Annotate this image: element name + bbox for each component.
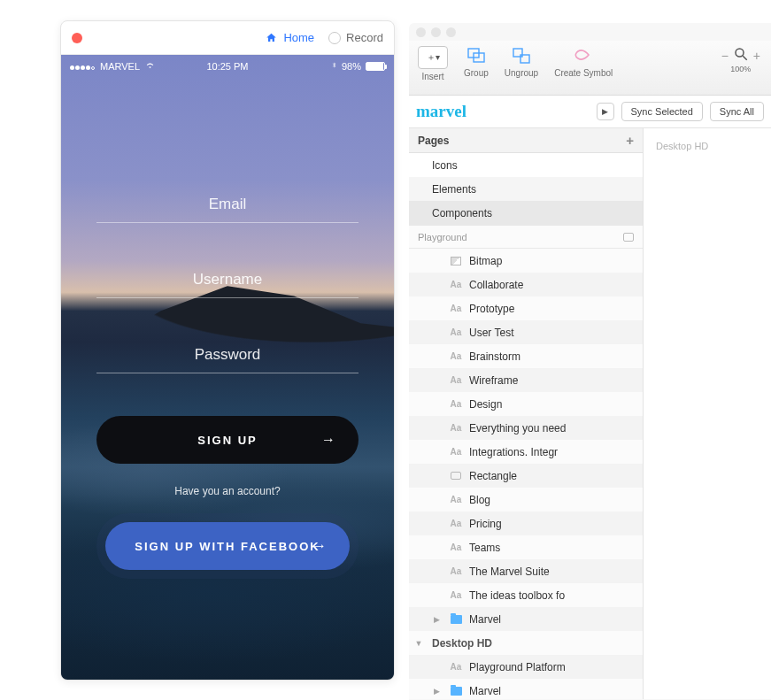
layer-row[interactable]: AaPlayground Platform [409,655,643,679]
layer-label: Teams [469,542,500,554]
text-layer-icon: Aa [450,495,462,505]
section-label: Playground [418,232,467,242]
signup-button[interactable]: SIGN UP → [96,416,359,464]
disclosure-icon[interactable]: ▶ [432,687,441,696]
layer-row[interactable]: ▶Marvel [409,679,643,699]
layer-row[interactable]: AaBrainstorm [409,344,643,368]
layer-row[interactable]: AaPricing [409,512,643,535]
traffic-light-max[interactable] [446,27,456,37]
layer-label: Blog [469,494,490,506]
layer-row[interactable]: AaTeams [409,535,643,559]
layer-row[interactable]: AaWireframe [409,368,643,392]
zoom-out-button[interactable]: − [720,49,730,63]
layer-row[interactable]: AaBlog [409,488,643,512]
phone-window-titlebar: Home Record [61,21,394,55]
group-tool[interactable]: Group [464,46,489,78]
signup-facebook-button[interactable]: SIGN UP WITH FACEBOOK → [105,522,350,570]
artboard[interactable] [656,158,771,699]
sketch-window: ＋▾ Insert Group Ungroup Create Symbol − … [409,23,771,700]
text-layer-icon: Aa [450,447,462,458]
clock-label: 10:25 PM [61,61,394,72]
username-field[interactable] [96,262,359,298]
insert-tool[interactable]: ＋▾ Insert [418,46,448,81]
text-layer-icon: Aa [450,375,462,386]
artboard-toggle-icon[interactable] [623,233,634,242]
layer-row[interactable]: AaCollaborate [409,273,643,296]
arrow-right-icon: → [312,538,328,554]
disclosure-icon[interactable]: ▶ [432,615,441,624]
layer-label: Marvel [469,613,501,626]
layer-row[interactable]: AaEverything you need [409,416,643,440]
facebook-signup-wrap: SIGN UP WITH FACEBOOK → [96,513,359,579]
svg-point-4 [736,49,744,57]
status-bar: MARVEL 10:25 PM 98% [61,55,394,72]
signup-form: SIGN UP → Have you an account? SIGN UP W… [61,187,394,579]
layer-label: Everything you need [469,422,566,435]
artboard-group-label: Desktop HD [432,637,492,650]
pages-header-label: Pages [418,135,449,147]
rectangle-layer-icon [450,471,462,481]
magnifier-icon[interactable] [733,46,749,65]
layer-label: Pricing [469,518,502,530]
text-layer-icon: Aa [450,399,462,410]
ungroup-label: Ungroup [505,68,538,78]
folder-icon [450,686,462,696]
layer-row[interactable]: Bitmap [409,249,643,273]
artboard-group[interactable]: ▼Desktop HD [409,631,643,655]
sync-all-button[interactable]: Sync All [710,102,764,121]
layer-row[interactable]: AaPrototype [409,296,643,320]
layer-row[interactable]: Rectangle [409,464,643,488]
phone-preview-window: Home Record MARVEL 10:25 PM 98% [60,20,395,681]
record-link[interactable]: Record [328,31,383,44]
play-button[interactable]: ▶ [597,103,614,120]
layer-label: Prototype [469,303,514,315]
marvel-plugin-bar: marvel ▶ Sync Selected Sync All [409,96,771,128]
text-layer-icon: Aa [450,566,462,577]
layers-panel: Pages + IconsElementsComponents Playgrou… [409,128,644,699]
text-layer-icon: Aa [450,519,462,529]
bitmap-layer-icon [450,256,462,266]
section-header[interactable]: Playground [409,225,643,249]
artboard-name-label[interactable]: Desktop HD [656,141,708,151]
svg-line-5 [743,56,747,60]
layer-row[interactable]: AaThe Marvel Suite [409,559,643,583]
page-item[interactable]: Components [409,201,643,225]
plus-icon: ＋▾ [427,51,440,64]
layer-row[interactable]: AaDesign [409,392,643,416]
sync-selected-button[interactable]: Sync Selected [621,102,703,121]
page-item[interactable]: Elements [409,177,643,201]
zoom-in-button[interactable]: + [752,49,762,63]
page-item[interactable]: Icons [409,153,643,177]
password-field[interactable] [96,337,359,373]
ungroup-tool[interactable]: Ungroup [505,46,538,78]
layer-label: Bitmap [469,255,502,267]
text-layer-icon: Aa [450,280,462,290]
disclosure-icon[interactable]: ▼ [414,639,423,648]
layer-row[interactable]: AaThe ideas toolbox fo [409,583,643,607]
arrow-right-icon: → [321,432,337,448]
layer-label: The ideas toolbox fo [469,589,565,602]
signup-facebook-label: SIGN UP WITH FACEBOOK [135,540,320,553]
text-layer-icon: Aa [450,423,462,434]
insert-label: Insert [421,72,443,81]
add-page-button[interactable]: + [626,133,634,148]
text-layer-icon: Aa [450,542,462,553]
create-symbol-label: Create Symbol [554,68,613,78]
email-field[interactable] [96,187,359,223]
folder-icon [450,614,462,625]
layer-row[interactable]: ▶Marvel [409,607,643,631]
battery-icon [366,62,385,71]
create-symbol-tool[interactable]: Create Symbol [554,46,613,78]
text-layer-icon: Aa [450,351,462,362]
canvas[interactable]: Desktop HD [644,128,771,699]
layer-row[interactable]: AaIntegrations. Integr [409,440,643,464]
layer-label: Integrations. Integr [469,446,558,458]
home-link[interactable]: Home [265,31,314,44]
window-close-dot[interactable] [72,33,82,43]
home-icon [265,32,278,44]
layer-row[interactable]: AaUser Test [409,320,643,344]
layer-label: Marvel [469,685,501,697]
traffic-light-min[interactable] [431,27,441,37]
text-layer-icon: Aa [450,327,462,338]
traffic-light-close[interactable] [416,27,426,37]
